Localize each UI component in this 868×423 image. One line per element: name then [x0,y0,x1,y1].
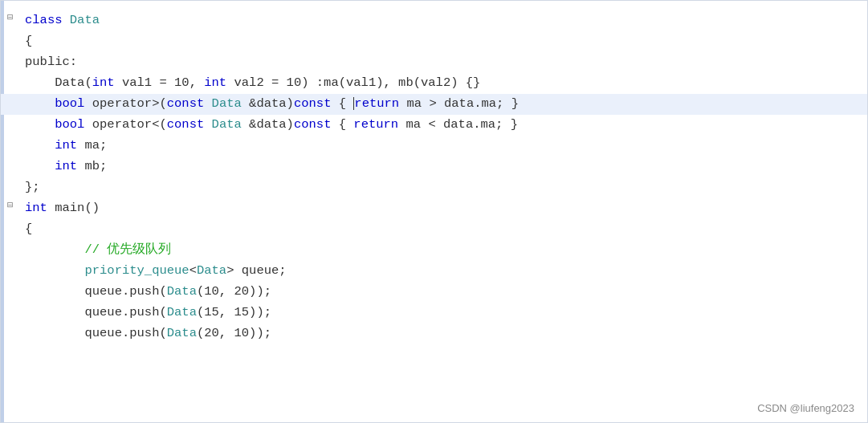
line-content-3: public: [25,52,77,73]
code-line-9: }; [1,177,867,198]
code-line-3: public: [1,52,867,73]
fold-gutter-10[interactable]: ⊟ [7,198,22,214]
fold-gutter-1[interactable]: ⊟ [7,10,22,26]
code-line-7: int ma; [1,136,867,157]
code-line-4: Data(int val1 = 10, int val2 = 10) :ma(v… [1,73,867,94]
line-content-1: class Data [25,10,100,31]
code-line-13: priority_queue<Data> queue; [1,261,867,282]
line-content-2: { [25,31,32,52]
code-line-2: { [1,31,867,52]
line-content-6: bool operator<(const Data &data)const { … [25,115,518,136]
code-line-10: ⊟ int main() [1,198,867,219]
watermark: CSDN @liufeng2023 [757,402,854,414]
line-content-14: queue.push(Data(10, 20)); [25,282,271,303]
line-content-8: int mb; [25,157,107,177]
code-line-12: // 优先级队列 [1,240,867,261]
code-line-15: queue.push(Data(15, 15)); [1,303,867,323]
line-content-9: }; [25,177,40,198]
code-line-5: bool operator>(const Data &data)const { … [1,94,867,115]
line-content-12: // 优先级队列 [25,240,171,261]
line-content-11: { [25,219,32,240]
code-line-8: int mb; [1,157,867,177]
code-editor[interactable]: ⊟ class Data { public: Data(int val1 = 1… [0,0,868,423]
line-content-4: Data(int val1 = 10, int val2 = 10) :ma(v… [25,73,480,94]
code-line-1: ⊟ class Data [1,10,867,31]
line-content-13: priority_queue<Data> queue; [25,261,287,282]
line-content-10: int main() [25,198,100,219]
line-content-16: queue.push(Data(20, 10)); [25,323,271,344]
code-line-14: queue.push(Data(10, 20)); [1,282,867,303]
code-line-6: bool operator<(const Data &data)const { … [1,115,867,136]
code-line-16: queue.push(Data(20, 10)); [1,323,867,344]
line-content-15: queue.push(Data(15, 15)); [25,303,271,323]
line-content-7: int ma; [25,136,107,157]
code-line-11: { [1,219,867,240]
code-block: ⊟ class Data { public: Data(int val1 = 1… [1,1,867,354]
line-content-5: bool operator>(const Data &data)const { … [25,94,519,115]
